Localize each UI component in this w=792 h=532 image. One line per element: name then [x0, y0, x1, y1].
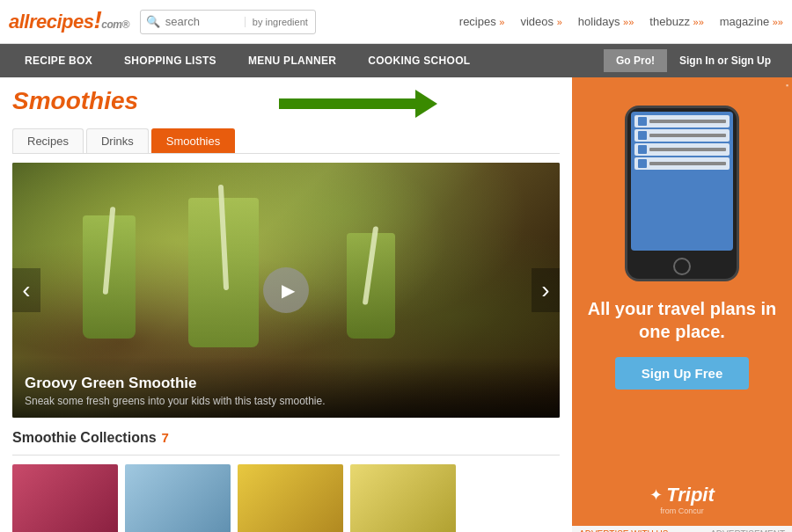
- content-tabs: Recipes Drinks Smoothies: [12, 128, 560, 154]
- sub-navigation: RECIPE BOX SHOPPING LISTS MENU PLANNER C…: [0, 44, 792, 77]
- tripit-logo: ✦ Tripit from Concur: [649, 484, 715, 515]
- phone-row-4: [634, 157, 730, 170]
- nav-videos[interactable]: videos »: [520, 15, 561, 28]
- nav-thebuzz[interactable]: thebuzz »»: [649, 15, 703, 28]
- tripit-brand-sub: from Concur: [660, 506, 704, 515]
- phone-row-3: [634, 143, 730, 156]
- subnav-cooking-school[interactable]: COOKING SCHOOL: [352, 44, 486, 77]
- straw-3: [363, 226, 378, 305]
- subnav-recipe-box[interactable]: RECIPE BOX: [9, 44, 108, 77]
- glass-3: [347, 233, 395, 339]
- phone-row-icon-2: [638, 131, 647, 140]
- tab-recipes[interactable]: Recipes: [12, 128, 84, 153]
- nav-recipes[interactable]: recipes »: [459, 15, 505, 28]
- phone-row-1: [634, 115, 730, 128]
- ad-headline: All your travel plans in one place.: [583, 297, 781, 343]
- phone-row-text-4: [649, 162, 726, 165]
- play-icon: ▶: [282, 280, 295, 301]
- phone-row-icon-4: [638, 159, 647, 168]
- straw-2: [218, 185, 229, 290]
- search-icon: 🔍: [141, 15, 165, 28]
- slide-description: Sneak some fresh greens into your kids w…: [25, 395, 547, 407]
- slide-title: Groovy Green Smoothie: [25, 375, 547, 392]
- phone-row-text-3: [649, 148, 726, 151]
- site-logo[interactable]: allrecipes!com®: [9, 11, 129, 33]
- ad-label-top: ▪: [786, 81, 788, 90]
- right-column: ▪: [572, 77, 792, 532]
- phone-row-text-2: [649, 134, 726, 137]
- collections-thumbnails: [12, 464, 560, 532]
- nav-magazine[interactable]: magazine »»: [720, 15, 783, 28]
- signup-button[interactable]: Sign Up Free: [615, 357, 750, 390]
- go-pro-button[interactable]: Go Pro!: [604, 49, 667, 72]
- by-ingredient-label: by ingredient: [245, 17, 315, 27]
- main-nav: recipes » videos » holidays »» thebuzz »…: [326, 15, 783, 28]
- tab-drinks[interactable]: Drinks: [86, 128, 149, 153]
- phone-row-2: [634, 129, 730, 142]
- slide-next-button[interactable]: ›: [532, 268, 560, 312]
- main-column: Smoothies Recipes Drinks Smoothies: [0, 77, 572, 532]
- search-input[interactable]: [165, 15, 245, 28]
- site-header: allrecipes!com® 🔍 by ingredient recipes …: [0, 0, 792, 44]
- glass-1: [83, 215, 136, 339]
- collection-thumb-2[interactable]: [125, 464, 231, 532]
- page-title: Smoothies: [12, 87, 138, 115]
- slide-overlay: Groovy Green Smoothie Sneak some fresh g…: [12, 357, 560, 418]
- subnav-right: Go Pro! Sign In or Sign Up: [604, 49, 783, 72]
- sign-in-button[interactable]: Sign In or Sign Up: [667, 49, 783, 72]
- subnav-menu-planner[interactable]: MENU PLANNER: [232, 44, 352, 77]
- collections-header: Smoothie Collections 7: [12, 430, 560, 446]
- glass-2: [188, 198, 259, 347]
- logo-com: com®: [101, 18, 129, 31]
- phone-app-rows: [631, 112, 733, 173]
- tripit-brand-name: Tripit: [666, 484, 715, 506]
- green-arrow: [156, 86, 560, 121]
- collection-thumb-1[interactable]: [12, 464, 118, 532]
- collections-count: 7: [162, 430, 169, 445]
- collections-title: Smoothie Collections: [12, 430, 157, 446]
- search-bar[interactable]: 🔍 by ingredient: [140, 10, 316, 34]
- phone-screen: [631, 112, 733, 251]
- phone-home-button: [673, 258, 691, 275]
- slideshow: ▶ ‹ › Groovy Green Smoothie Sneak some f…: [12, 163, 560, 418]
- logo-text: allrecipes!com®: [9, 11, 129, 33]
- straw-1: [103, 207, 116, 295]
- ad-footer: ADVERTISE WITH US ADVERTISEMENT: [572, 526, 792, 532]
- subnav-left: RECIPE BOX SHOPPING LISTS MENU PLANNER C…: [9, 44, 604, 77]
- svg-marker-1: [415, 90, 437, 118]
- collection-thumb-4[interactable]: [350, 464, 456, 532]
- phone-row-icon-1: [638, 117, 647, 126]
- collections-divider: [12, 455, 560, 455]
- nav-holidays[interactable]: holidays »»: [578, 15, 634, 28]
- phone-row-text-1: [649, 120, 726, 123]
- collection-thumb-3[interactable]: [238, 464, 343, 532]
- slide-prev-button[interactable]: ‹: [12, 268, 40, 312]
- tab-smoothies[interactable]: Smoothies: [151, 128, 235, 153]
- subnav-shopping-lists[interactable]: SHOPPING LISTS: [108, 44, 232, 77]
- phone-row-icon-3: [638, 145, 647, 154]
- content-area: Smoothies Recipes Drinks Smoothies: [0, 77, 792, 532]
- advertisement-panel: ▪: [572, 77, 792, 526]
- play-button[interactable]: ▶: [263, 267, 309, 313]
- phone-mockup: [625, 106, 739, 281]
